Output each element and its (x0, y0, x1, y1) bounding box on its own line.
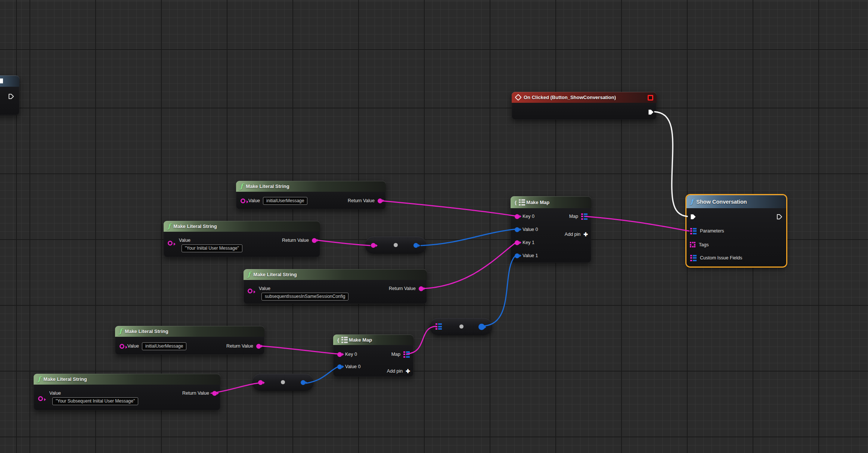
node-on-clicked[interactable]: On Clicked (Button_ShowConversation) (512, 92, 657, 120)
wire-string[interactable] (315, 240, 370, 246)
pin-label: Return Value (182, 391, 209, 396)
reroute-dot (394, 243, 398, 247)
value-out-pin[interactable] (413, 243, 418, 248)
exec-out-pin[interactable] (8, 93, 14, 99)
string-in-pin[interactable] (371, 243, 376, 248)
string-in-pin[interactable] (258, 380, 263, 385)
parameters-map-pin[interactable] (690, 228, 697, 234)
node-header[interactable]: ƒ Make Literal String (164, 221, 320, 232)
pin-label: Tags (699, 242, 709, 247)
value1-pin[interactable] (515, 253, 520, 258)
tags-pin[interactable] (690, 242, 696, 248)
node-title: Make Map (349, 337, 372, 343)
node-header[interactable]: ƒ Make Literal String (34, 374, 220, 385)
pin-label: Map (391, 352, 400, 357)
node-make-map-2[interactable]: { Make Map Key 0 Value 0 Map Add pin ✚ (333, 335, 413, 377)
node-header[interactable]: On Clicked (Button_ShowConversation) (512, 92, 657, 103)
node-header[interactable]: ƒ Make Literal String (244, 269, 427, 280)
wire-map[interactable] (586, 216, 689, 231)
delegate-pin[interactable] (648, 95, 653, 101)
node-make-map-1[interactable]: { Make Map Key 0 Value 0 Key 1 Value 1 M… (511, 196, 591, 263)
node-title: Make Literal String (125, 329, 168, 334)
wire-string[interactable] (258, 346, 338, 354)
add-pin-button[interactable]: ✚ (406, 368, 410, 374)
pin-label: Return Value (348, 198, 375, 203)
value-text-field[interactable]: "Your Iniital User Message" (182, 244, 242, 252)
function-icon: ƒ (691, 198, 693, 205)
value-text-field[interactable]: initialUserMessage (263, 197, 307, 205)
add-pin-button[interactable]: ✚ (583, 231, 588, 237)
function-icon: ƒ (119, 328, 122, 335)
return-value-pin[interactable] (212, 391, 217, 396)
pin-label: Add pin (565, 232, 580, 237)
pin-label: Value 0 (345, 364, 360, 369)
node-header[interactable] (0, 76, 19, 87)
clipped-title-fragment (0, 78, 3, 83)
value-input-pin[interactable] (38, 396, 43, 401)
return-value-pin[interactable] (312, 238, 317, 243)
map-in-pin[interactable] (435, 323, 442, 330)
reroute-dot (281, 380, 285, 384)
value-input-pin[interactable] (248, 289, 252, 293)
pin-label: Parameters (700, 228, 724, 234)
exec-in-pin[interactable] (690, 214, 696, 220)
value-text-field[interactable]: subsequentIssuesInSameSessionConfig (261, 293, 348, 301)
node-make-literal-string-4[interactable]: ƒ Make Literal String Value initialUserM… (115, 326, 264, 355)
value-text-field[interactable]: "Your Subsequent Iniital User Message" (52, 397, 138, 405)
node-make-literal-string-1[interactable]: ƒ Make Literal String Value initialUserM… (236, 181, 386, 209)
exec-out-pin[interactable] (776, 214, 782, 220)
node-header[interactable]: { Make Map (511, 196, 591, 208)
node-make-literal-string-3[interactable]: ƒ Make Literal String Value subsequentIs… (244, 269, 427, 304)
value0-pin[interactable] (515, 227, 520, 232)
function-icon: ƒ (38, 376, 40, 382)
node-make-literal-string-5[interactable]: ƒ Make Literal String Value "Your Subseq… (34, 374, 220, 410)
wire-value[interactable] (421, 229, 516, 246)
return-value-pin[interactable] (256, 344, 261, 349)
custom-issue-fields-pin[interactable] (690, 255, 697, 261)
node-header[interactable]: ƒ Show Conversation (686, 195, 786, 208)
key0-pin[interactable] (337, 352, 342, 357)
key0-pin[interactable] (515, 214, 520, 219)
make-map-icon: { (337, 337, 339, 343)
value-out-pin[interactable] (478, 324, 485, 330)
value-out-pin[interactable] (301, 380, 306, 385)
pin-label: Return Value (389, 286, 416, 291)
conversion-node-string-2[interactable] (252, 374, 314, 391)
node-partial-left[interactable] (0, 76, 19, 115)
return-value-pin[interactable] (419, 286, 424, 291)
exec-out-pin[interactable] (648, 109, 654, 115)
make-map-icon (341, 337, 347, 343)
pin-label: Value (259, 286, 270, 291)
value0-pin[interactable] (337, 364, 342, 369)
node-header[interactable]: { Make Map (333, 335, 413, 345)
value-input-pin[interactable] (120, 344, 124, 349)
conversion-node-map-3[interactable] (430, 318, 492, 335)
key1-pin[interactable] (515, 240, 520, 245)
node-header[interactable]: ƒ Make Literal String (115, 326, 264, 337)
wire-value[interactable] (484, 256, 515, 326)
value-input-pin[interactable] (241, 198, 245, 203)
node-title: Make Literal String (246, 184, 289, 189)
wire-string[interactable] (423, 243, 516, 289)
node-title: Make Map (526, 200, 549, 205)
node-title: Make Literal String (173, 224, 217, 229)
return-value-pin[interactable] (378, 198, 382, 203)
node-title: Make Literal String (43, 376, 87, 382)
reroute-dot (459, 324, 464, 329)
blueprint-graph[interactable]: On Clicked (Button_ShowConversation) ƒ M… (0, 0, 868, 453)
value-text-field[interactable]: initialUserMessage (142, 342, 186, 350)
conversion-node-string-1[interactable] (365, 237, 427, 254)
node-header[interactable]: ƒ Make Literal String (236, 181, 386, 192)
pin-label: Value 0 (523, 227, 538, 232)
map-output-pin[interactable] (581, 213, 588, 220)
map-output-pin[interactable] (403, 351, 410, 358)
pin-label: Return Value (226, 343, 253, 349)
make-map-icon (519, 199, 524, 206)
node-make-literal-string-2[interactable]: ƒ Make Literal String Value "Your Iniita… (164, 221, 320, 257)
node-show-conversation[interactable]: ƒ Show Conversation Parameters Tags Cust… (686, 195, 786, 266)
wire-exec[interactable] (655, 112, 687, 216)
pin-label: Return Value (282, 238, 309, 243)
function-icon: ƒ (248, 271, 250, 278)
wire-string[interactable] (381, 201, 516, 216)
value-input-pin[interactable] (168, 241, 173, 246)
